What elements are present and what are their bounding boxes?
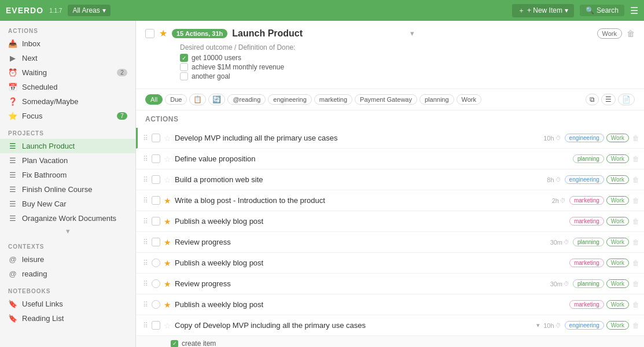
- sidebar-item-focus[interactable]: ⭐ Focus 7: [0, 109, 135, 123]
- task-star-icon[interactable]: ☆: [164, 321, 171, 330]
- task-delete-icon[interactable]: 🗑: [632, 280, 639, 288]
- task-star-icon[interactable]: ★: [164, 217, 171, 226]
- project-delete-icon[interactable]: 🗑: [627, 29, 635, 38]
- sort-icon[interactable]: ☰: [601, 94, 616, 105]
- task-delete-icon[interactable]: 🗑: [632, 155, 639, 163]
- tag-work[interactable]: Work: [606, 259, 629, 267]
- filter-due[interactable]: Due: [165, 94, 187, 105]
- tag-marketing[interactable]: marketing: [569, 259, 604, 267]
- tag-work[interactable]: Work: [606, 238, 629, 246]
- filter-planning[interactable]: planning: [419, 94, 454, 105]
- task-delete-icon[interactable]: 🗑: [632, 259, 639, 267]
- outcome-checkbox-unchecked[interactable]: [180, 72, 188, 80]
- task-checkbox[interactable]: [152, 321, 160, 330]
- sidebar-item-someday[interactable]: ❓ Someday/Maybe: [0, 94, 135, 109]
- sidebar-item-finish-online-course[interactable]: ☰ Finish Online Course: [0, 182, 135, 197]
- task-star-icon[interactable]: ★: [164, 238, 171, 247]
- tag-engineering[interactable]: engineering: [565, 321, 604, 330]
- task-delete-icon[interactable]: 🗑: [632, 238, 639, 246]
- tag-marketing[interactable]: marketing: [569, 300, 604, 309]
- tag-work[interactable]: Work: [606, 196, 629, 205]
- sidebar-item-scheduled[interactable]: 📅 Scheduled: [0, 80, 135, 94]
- sidebar-item-launch-product[interactable]: ☰ Launch Product: [0, 139, 135, 153]
- sidebar-item-next[interactable]: ▶ Next: [0, 51, 135, 65]
- task-delete-icon[interactable]: 🗑: [632, 301, 639, 309]
- filter-all[interactable]: All: [145, 94, 163, 105]
- sidebar-item-organize-work[interactable]: ☰ Oraganize Work Documents: [0, 211, 135, 226]
- filter-payment[interactable]: Payment Gateway: [355, 94, 417, 105]
- drag-handle-icon[interactable]: ⠿: [143, 197, 148, 205]
- tag-work[interactable]: Work: [606, 300, 629, 309]
- task-star-icon[interactable]: ☆: [164, 175, 171, 184]
- project-checkbox[interactable]: [145, 29, 154, 38]
- tag-marketing[interactable]: marketing: [569, 217, 604, 226]
- tag-work[interactable]: Work: [606, 154, 629, 163]
- task-checkbox-circle[interactable]: [152, 259, 160, 267]
- areas-selector[interactable]: All Areas ▾: [68, 5, 110, 16]
- task-checkbox[interactable]: [152, 175, 160, 184]
- tag-engineering[interactable]: engineering: [565, 175, 604, 184]
- drag-handle-icon[interactable]: ⠿: [143, 259, 148, 267]
- tag-work[interactable]: Work: [606, 217, 629, 226]
- task-delete-icon[interactable]: 🗑: [632, 217, 639, 226]
- filter-reading[interactable]: @reading: [227, 94, 266, 105]
- sidebar-item-reading[interactable]: @ reading: [0, 267, 135, 281]
- sidebar-item-waiting[interactable]: ⏰ Waiting 2: [0, 65, 135, 80]
- task-expand-icon[interactable]: ▾: [536, 322, 540, 329]
- doc-icon[interactable]: 📄: [618, 94, 635, 105]
- sidebar-item-buy-new-car[interactable]: ☰ Buy New Car: [0, 197, 135, 211]
- filter-marketing[interactable]: marketing: [314, 94, 352, 105]
- tag-planning[interactable]: planning: [573, 238, 604, 246]
- drag-handle-icon[interactable]: ⠿: [143, 280, 148, 288]
- drag-handle-icon[interactable]: ⠿: [143, 217, 148, 226]
- task-delete-icon[interactable]: 🗑: [632, 322, 639, 330]
- show-more-projects[interactable]: ▾: [0, 226, 135, 237]
- tag-planning[interactable]: planning: [573, 154, 604, 163]
- drag-handle-icon[interactable]: ⠿: [143, 176, 148, 184]
- task-star-icon[interactable]: ★: [164, 259, 171, 268]
- task-delete-icon[interactable]: 🗑: [632, 134, 639, 142]
- sidebar-item-fix-bathroom[interactable]: ☰ Fix Bathroom: [0, 168, 135, 182]
- task-star-icon[interactable]: ☆: [164, 154, 171, 164]
- tag-work[interactable]: Work: [606, 321, 629, 330]
- task-star-icon[interactable]: ★: [164, 196, 171, 205]
- task-checkbox[interactable]: [152, 217, 160, 226]
- outcome-checkbox-unchecked[interactable]: [180, 63, 188, 71]
- filter-engineering[interactable]: engineering: [268, 94, 312, 105]
- drag-handle-icon[interactable]: ⠿: [143, 301, 148, 309]
- filter-work[interactable]: Work: [457, 94, 481, 105]
- sub-checkbox-checked[interactable]: ✓: [171, 340, 178, 348]
- search-button[interactable]: 🔍 Search: [580, 5, 624, 16]
- tag-work[interactable]: Work: [606, 175, 629, 184]
- project-star[interactable]: ★: [159, 28, 167, 39]
- filter-repeat-icon[interactable]: 🔄: [208, 94, 225, 105]
- drag-handle-icon[interactable]: ⠿: [143, 322, 148, 330]
- tag-work[interactable]: Work: [606, 279, 629, 288]
- task-checkbox[interactable]: [152, 196, 160, 205]
- sidebar-item-plan-vacation[interactable]: ☰ Plan Vacation: [0, 153, 135, 168]
- task-checkbox[interactable]: [152, 154, 160, 163]
- sidebar-item-reading-list[interactable]: 🔖 Reading List: [0, 311, 135, 326]
- tag-planning[interactable]: planning: [573, 279, 604, 288]
- task-delete-icon[interactable]: 🗑: [632, 176, 639, 184]
- drag-handle-icon[interactable]: ⠿: [143, 238, 148, 246]
- task-checkbox-circle[interactable]: [152, 279, 160, 288]
- copy-icon[interactable]: ⧉: [586, 94, 599, 105]
- outcome-checkbox-checked[interactable]: ✓: [180, 54, 188, 62]
- filter-note-icon[interactable]: 📋: [189, 94, 206, 105]
- project-chevron-icon[interactable]: ▾: [410, 29, 414, 38]
- task-delete-icon[interactable]: 🗑: [632, 197, 639, 205]
- task-checkbox[interactable]: [152, 134, 160, 142]
- tag-work[interactable]: Work: [606, 134, 629, 142]
- new-item-button[interactable]: ＋ + New Item ▾: [512, 4, 574, 17]
- task-star-icon[interactable]: ★: [164, 279, 171, 289]
- sidebar-item-leisure[interactable]: @ leisure: [0, 252, 135, 267]
- menu-icon[interactable]: ☰: [630, 5, 638, 16]
- sidebar-item-useful-links[interactable]: 🔖 Useful Links: [0, 297, 135, 311]
- drag-handle-icon[interactable]: ⠿: [143, 134, 148, 142]
- sidebar-item-inbox[interactable]: 📥 Inbox: [0, 36, 135, 51]
- project-area-tag[interactable]: Work: [597, 28, 622, 39]
- task-checkbox[interactable]: [152, 238, 160, 246]
- tag-engineering[interactable]: engineering: [565, 134, 604, 142]
- drag-handle-icon[interactable]: ⠿: [143, 155, 148, 163]
